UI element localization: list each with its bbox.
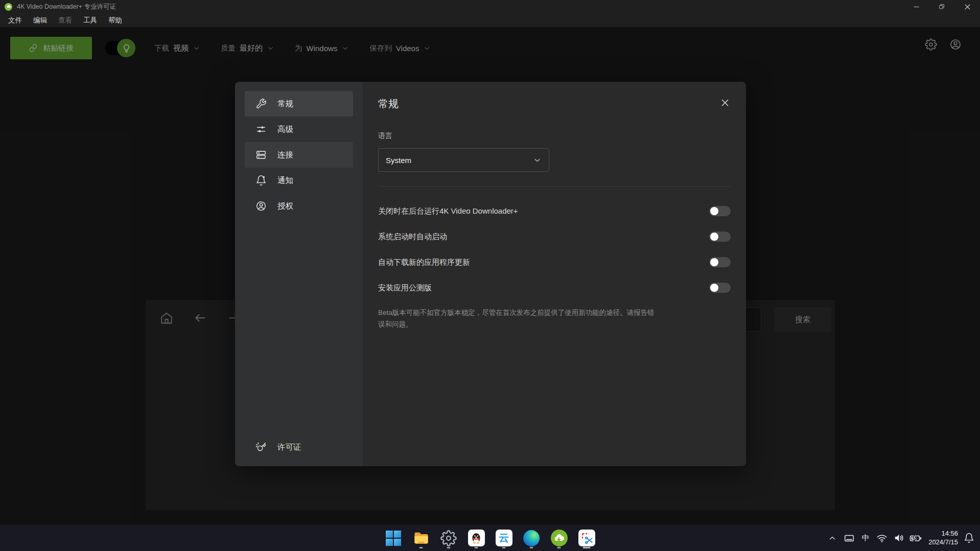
toggle-list: 关闭时在后台运行4K Video Downloader+ 系统启动时自动启动 自… bbox=[378, 198, 731, 301]
auto-update-toggle[interactable] bbox=[709, 257, 731, 267]
server-icon bbox=[255, 149, 267, 160]
bell-icon bbox=[964, 533, 974, 543]
language-label: 语言 bbox=[378, 131, 392, 141]
chevron-up-icon bbox=[828, 534, 837, 543]
tray-overflow-button[interactable] bbox=[826, 532, 838, 544]
volume-button[interactable] bbox=[893, 532, 905, 544]
toggle-row-background-run: 关闭时在后台运行4K Video Downloader+ bbox=[378, 198, 731, 224]
sidebar-item-connection[interactable]: 连接 bbox=[245, 142, 353, 168]
cloud-docs-icon: 云 bbox=[496, 530, 512, 546]
settings-sidebar: 常规 高级 连接 通知 授权 许可证 bbox=[235, 82, 363, 466]
close-icon bbox=[719, 97, 731, 108]
taskbar-file-explorer[interactable] bbox=[411, 527, 431, 549]
battery-charging-icon bbox=[909, 532, 922, 544]
toggle-label: 安装应用公测版 bbox=[378, 283, 432, 293]
keyboard-icon bbox=[844, 533, 855, 544]
gear-icon bbox=[440, 530, 457, 546]
taskbar-4k-video-downloader[interactable] bbox=[549, 527, 569, 549]
clock-time: 14:56 bbox=[928, 530, 958, 538]
toggle-label: 自动下载新的应用程序更新 bbox=[378, 258, 470, 267]
taskbar-clock[interactable]: 14:56 2024/7/15 bbox=[928, 530, 958, 546]
wifi-button[interactable] bbox=[876, 532, 888, 544]
taskbar-apps: 云 bbox=[383, 525, 597, 551]
window-title: 4K Video Downloader+ 专业许可证 bbox=[17, 3, 116, 11]
language-select[interactable]: System bbox=[378, 148, 549, 172]
background-run-toggle[interactable] bbox=[709, 206, 731, 216]
sidebar-item-label: 连接 bbox=[277, 150, 293, 160]
beta-toggle[interactable] bbox=[709, 283, 731, 293]
clock-date: 2024/7/15 bbox=[928, 538, 958, 547]
minimize-button[interactable] bbox=[903, 0, 929, 13]
qq-penguin-icon bbox=[468, 530, 485, 546]
sidebar-item-license[interactable]: 许可证 bbox=[255, 442, 301, 453]
toggle-row-auto-update: 自动下载新的应用程序更新 bbox=[378, 249, 731, 275]
wifi-icon bbox=[876, 533, 888, 544]
screenshot-tool-icon bbox=[578, 530, 595, 546]
chevron-down-icon bbox=[533, 156, 542, 165]
divider bbox=[378, 186, 731, 187]
beta-note: Beta版本可能不如官方版本稳定，尽管在首次发布之前提供了使用新功能的途径。请报… bbox=[378, 307, 657, 330]
restore-button[interactable] bbox=[929, 0, 954, 13]
menubar: 文件 编辑 查看 工具 帮助 bbox=[0, 13, 980, 27]
desktop-screen: 4K Video Downloader+ 专业许可证 文件 编辑 查看 工具 帮… bbox=[0, 0, 980, 551]
toggle-label: 关闭时在后台运行4K Video Downloader+ bbox=[378, 206, 518, 216]
panel-title: 常规 bbox=[378, 97, 399, 111]
taskbar-screenshot-tool[interactable] bbox=[576, 527, 597, 549]
toggle-label: 系统启动时自动启动 bbox=[378, 232, 447, 242]
autostart-toggle[interactable] bbox=[709, 232, 731, 242]
ime-indicator[interactable]: 中 bbox=[860, 533, 871, 543]
titlebar: 4K Video Downloader+ 专业许可证 bbox=[0, 0, 980, 13]
sidebar-item-label: 高级 bbox=[277, 124, 293, 135]
toggle-row-beta: 安装应用公测版 bbox=[378, 275, 731, 301]
taskbar: 云 bbox=[0, 525, 980, 551]
battery-button[interactable] bbox=[909, 532, 922, 544]
menu-edit[interactable]: 编辑 bbox=[28, 13, 53, 27]
toggle-row-autostart: 系统启动时自动启动 bbox=[378, 224, 731, 249]
notification-center-button[interactable] bbox=[963, 532, 975, 544]
menu-tools[interactable]: 工具 bbox=[78, 13, 103, 27]
sidebar-item-label: 通知 bbox=[277, 175, 293, 186]
4k-downloader-icon bbox=[551, 530, 568, 546]
start-button[interactable] bbox=[383, 527, 404, 549]
volume-icon bbox=[893, 532, 905, 544]
user-circle-icon bbox=[255, 200, 267, 212]
language-value: System bbox=[386, 156, 411, 165]
system-tray: 中 14:56 2024/7/15 bbox=[826, 525, 975, 551]
menu-help[interactable]: 帮助 bbox=[103, 13, 128, 27]
settings-dialog: 常规 高级 连接 通知 授权 许可证 常规 bbox=[235, 82, 746, 466]
menu-file[interactable]: 文件 bbox=[3, 13, 28, 27]
taskbar-qq[interactable] bbox=[466, 527, 486, 549]
dialog-close-button[interactable] bbox=[718, 96, 732, 109]
edge-icon bbox=[523, 530, 540, 546]
sidebar-item-notifications[interactable]: 通知 bbox=[245, 168, 353, 193]
folder-icon bbox=[413, 530, 430, 546]
sidebar-item-authorization[interactable]: 授权 bbox=[245, 193, 353, 219]
sidebar-item-label: 授权 bbox=[277, 201, 293, 212]
settings-panel-general: 常规 语言 System 关闭时在后台运行4K Video Downloader… bbox=[363, 82, 746, 466]
key-icon bbox=[255, 442, 267, 453]
window-controls bbox=[903, 0, 980, 13]
sliders-icon bbox=[255, 124, 267, 135]
sidebar-item-general[interactable]: 常规 bbox=[245, 91, 353, 117]
license-label: 许可证 bbox=[277, 442, 301, 453]
app-logo-icon bbox=[5, 3, 12, 11]
close-button[interactable] bbox=[954, 0, 980, 13]
taskbar-cloud-docs[interactable]: 云 bbox=[494, 527, 514, 549]
bell-dot-icon bbox=[255, 175, 267, 186]
taskbar-settings[interactable] bbox=[438, 527, 459, 549]
menu-view[interactable]: 查看 bbox=[53, 13, 78, 27]
taskbar-edge[interactable] bbox=[521, 527, 542, 549]
wrench-icon bbox=[255, 98, 267, 109]
windows-logo-icon bbox=[386, 531, 401, 546]
touch-keyboard-button[interactable] bbox=[843, 532, 855, 544]
sidebar-item-label: 常规 bbox=[277, 99, 293, 109]
sidebar-item-advanced[interactable]: 高级 bbox=[245, 117, 353, 142]
